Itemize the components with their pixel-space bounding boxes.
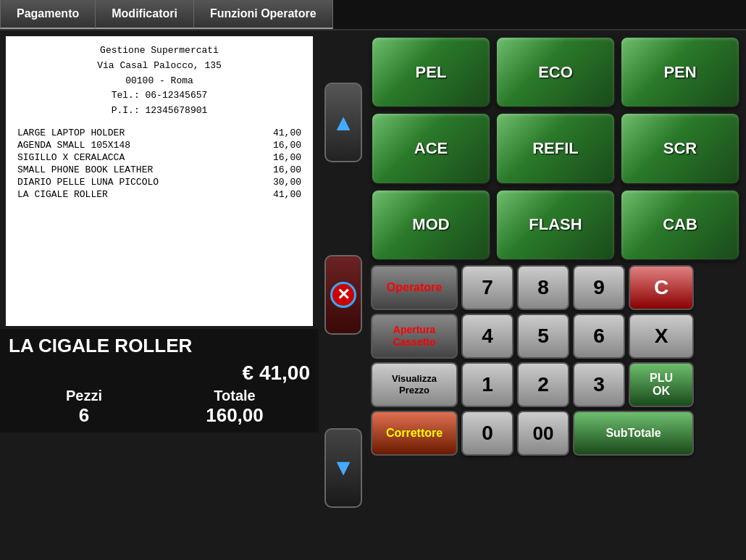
bottom-panel: LA CIGALE ROLLER € 41,00 Pezzi 6 Totale … [0, 329, 319, 432]
pezzi-block: Pezzi 6 [9, 388, 159, 427]
tab-funzioni-operatore[interactable]: Funzioni Operatore [194, 0, 333, 29]
receipt-item-name: SMALL PHONE BOOK LEATHER [17, 164, 258, 175]
subtotale-button[interactable]: SubTotale [573, 411, 694, 456]
receipt-line3: 00100 - Roma [17, 74, 301, 89]
scroll-up-button[interactable]: ▲ [324, 83, 362, 162]
totale-block: Totale 160,00 [159, 388, 310, 427]
digit-0-button[interactable]: 0 [461, 411, 514, 456]
correttore-button[interactable]: Correttore [371, 411, 458, 456]
green-btn-pen[interactable]: PEN [620, 36, 740, 108]
left-panel: Gestione Supermercati Via Casal Palocco,… [0, 30, 319, 560]
operatore-button[interactable]: Operatore [371, 265, 458, 310]
receipt-item-price: 16,00 [258, 140, 301, 151]
receipt-items: LARGE LAPTOP HOLDER41,00AGENDA SMALL 105… [17, 128, 301, 200]
digit-9-button[interactable]: 9 [573, 265, 625, 310]
green-buttons-grid: PELECOPENACEREFILSCRMODFLASHCAB [371, 36, 740, 261]
receipt-item: LARGE LAPTOP HOLDER41,00 [17, 128, 301, 138]
pezzi-label: Pezzi [9, 388, 159, 404]
plu-ok-button[interactable]: PLU OK [629, 362, 694, 407]
apertura-cassetto-button[interactable]: Apertura Cassetto [371, 314, 458, 359]
receipt-line1: Gestione Supermercati [17, 43, 301, 59]
digit-7-button[interactable]: 7 [461, 265, 514, 310]
receipt-area: Gestione Supermercati Via Casal Palocco,… [6, 36, 313, 326]
pezzi-value: 6 [9, 404, 159, 427]
green-btn-refil[interactable]: REFIL [495, 112, 616, 184]
green-btn-scr[interactable]: SCR [620, 112, 740, 184]
receipt-item-price: 30,00 [258, 177, 301, 188]
digit-4-button[interactable]: 4 [461, 314, 514, 359]
right-panel: PELECOPENACEREFILSCRMODFLASHCAB Operator… [368, 30, 746, 560]
receipt-line2: Via Casal Palocco, 135 [17, 59, 301, 74]
receipt-item-name: AGENDA SMALL 105X148 [17, 140, 258, 151]
digit-8-button[interactable]: 8 [517, 265, 569, 310]
receipt-item-price: 41,00 [258, 128, 301, 138]
receipt-item-name: LARGE LAPTOP HOLDER [17, 128, 258, 138]
receipt-line5: P.I.: 12345678901 [17, 104, 301, 119]
green-btn-cab[interactable]: CAB [620, 189, 740, 261]
cancel-button[interactable]: ✕ [324, 255, 362, 335]
digit-3-button[interactable]: 3 [573, 362, 625, 407]
price-display: € 41,00 [9, 362, 310, 385]
main-content: Gestione Supermercati Via Casal Palocco,… [0, 30, 746, 560]
tab-modificatori[interactable]: Modificatori [96, 0, 194, 29]
receipt-item-price: 16,00 [258, 152, 301, 163]
receipt-header: Gestione Supermercati Via Casal Palocco,… [17, 43, 301, 119]
arrow-up-icon: ▲ [332, 109, 355, 136]
digit-2-button[interactable]: 2 [517, 362, 569, 407]
green-btn-ace[interactable]: ACE [371, 112, 491, 184]
digit-5-button[interactable]: 5 [517, 314, 569, 359]
numpad-area: Operatore 7 8 9 C Apertura Cassetto 4 5 … [371, 265, 740, 456]
tab-pagamento[interactable]: Pagamento [0, 0, 96, 29]
receipt-item: DIARIO PELLE LUNA PICCOLO30,00 [17, 177, 301, 188]
visualizza-prezzo-button[interactable]: Visualizza Prezzo [371, 362, 458, 407]
scroll-area: ▲ ✕ ▼ [319, 30, 368, 560]
digit-1-button[interactable]: 1 [461, 362, 514, 407]
digit-6-button[interactable]: 6 [573, 314, 625, 359]
totale-value: 160,00 [159, 404, 310, 427]
receipt-line4: Tel.: 06-12345657 [17, 88, 301, 104]
totale-label: Totale [159, 388, 310, 404]
clear-button[interactable]: C [629, 265, 694, 310]
top-navigation: Pagamento Modificatori Funzioni Operator… [0, 0, 746, 30]
green-btn-eco[interactable]: ECO [495, 36, 616, 108]
multiply-button[interactable]: X [629, 314, 694, 359]
x-cancel-icon: ✕ [330, 282, 356, 308]
product-name: LA CIGALE ROLLER [9, 335, 310, 357]
receipt-item-price: 41,00 [258, 189, 301, 200]
receipt-item-name: SIGILLO X CERALACCA [17, 152, 258, 163]
green-btn-flash[interactable]: FLASH [495, 189, 616, 261]
pezzi-totale-row: Pezzi 6 Totale 160,00 [9, 388, 310, 427]
green-btn-pel[interactable]: PEL [371, 36, 491, 108]
receipt-item: SIGILLO X CERALACCA16,00 [17, 152, 301, 163]
digit-00-button[interactable]: 00 [517, 411, 569, 456]
receipt-item: LA CIGALE ROLLER41,00 [17, 189, 301, 200]
receipt-item-name: LA CIGALE ROLLER [17, 189, 258, 200]
receipt-item: AGENDA SMALL 105X14816,00 [17, 140, 301, 151]
green-btn-mod[interactable]: MOD [371, 189, 491, 261]
receipt-item: SMALL PHONE BOOK LEATHER16,00 [17, 164, 301, 175]
scroll-down-button[interactable]: ▼ [324, 428, 362, 508]
receipt-item-price: 16,00 [258, 164, 301, 175]
arrow-down-icon: ▼ [332, 454, 355, 481]
receipt-item-name: DIARIO PELLE LUNA PICCOLO [17, 177, 258, 188]
